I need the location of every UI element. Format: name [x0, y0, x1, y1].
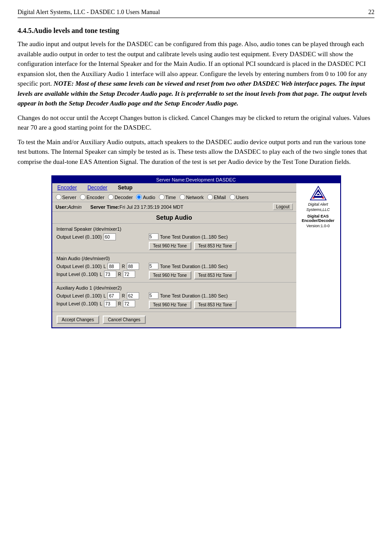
tab-setup[interactable]: Setup — [113, 183, 138, 192]
document-title: Digital Alert Systems, LLC - DASDEC 1.0 … — [18, 9, 160, 16]
internal-speaker-row: Output Level (0..100) Tone Test Duration… — [57, 233, 292, 250]
das-logo-icon — [309, 185, 327, 201]
aux-tone-duration-row: Tone Test Duration (1..180 Sec) — [149, 292, 292, 299]
main-audio-title: Main Audio (/dev/mixer0) — [57, 256, 292, 261]
main-input-l-input[interactable] — [104, 271, 116, 278]
tone-duration-row: Tone Test Duration (1..180 Sec) — [149, 233, 292, 240]
tone-duration-input-main[interactable] — [149, 263, 158, 269]
aux-output-level-row: Output Level (0..100) L R — [57, 292, 144, 299]
section-heading: 4.4.5.Audio levels and tone testing — [18, 27, 374, 35]
test-853-button-internal[interactable]: Test 853 Hz Tone — [194, 242, 237, 250]
aux-audio-title: Auxiliary Audio 1 (/dev/mixer2) — [57, 285, 292, 290]
server-time: Server Time:Fri Jul 23 17:35:19 2004 MDT — [90, 204, 183, 210]
main-tone-duration-label: Tone Test Duration (1..180 Sec) — [160, 264, 228, 269]
nav-main: Encoder Decoder Setup Server Encoder Dec… — [52, 183, 296, 327]
nav-logo-row: Encoder Decoder Setup Server Encoder Dec… — [52, 183, 340, 327]
paragraph-3: To test the Main and/or Auxiliary Audio … — [18, 137, 374, 167]
main-tone-duration-row: Tone Test Duration (1..180 Sec) — [149, 263, 292, 269]
internal-speaker-left: Output Level (0..100) — [57, 233, 144, 241]
output-level-row: Output Level (0..100) — [57, 233, 144, 240]
brand-name: Digital AlertSystems,LLC — [306, 202, 330, 212]
radio-row: Server Encoder Decoder Audio Time Networ… — [52, 192, 296, 202]
radio-audio[interactable]: Audio — [136, 194, 155, 200]
user-label: User:Admin — [56, 204, 82, 210]
main-output-r-input[interactable] — [127, 263, 139, 270]
aux-audio-section: Auxiliary Audio 1 (/dev/mixer2) Output L… — [52, 283, 296, 312]
aux-input-r-input[interactable] — [123, 300, 135, 307]
output-level-label: Output Level (0..100) — [57, 234, 102, 240]
radio-email[interactable]: EMail — [207, 194, 226, 200]
tone-duration-input-internal[interactable] — [149, 233, 158, 240]
radio-decoder[interactable]: Decoder — [108, 194, 133, 200]
test-960-button-aux[interactable]: Test 960 Hz Tone — [149, 301, 191, 309]
aux-tone-duration-label: Tone Test Duration (1..180 Sec) — [160, 293, 228, 298]
test-960-button-internal[interactable]: Test 960 Hz Tone — [149, 242, 191, 250]
aux-input-l-input[interactable] — [104, 300, 116, 307]
sidebar-logo: Digital AlertSystems,LLC Digital EAS Enc… — [296, 183, 340, 327]
test-853-button-main[interactable]: Test 853 Hz Tone — [194, 271, 237, 280]
tone-buttons-main: Test 960 Hz Tone Test 853 Hz Tone — [149, 271, 292, 280]
tone-duration-input-aux[interactable] — [149, 292, 158, 299]
main-input-r-input[interactable] — [123, 271, 135, 278]
page-number: 22 — [368, 9, 374, 16]
radio-time[interactable]: Time — [159, 194, 176, 200]
radio-encoder[interactable]: Encoder — [80, 194, 104, 200]
radio-network[interactable]: Network — [180, 194, 204, 200]
bottom-buttons: Accept Changes Cancel Changes — [52, 312, 296, 327]
nav-tabs: Encoder Decoder Setup — [52, 183, 296, 192]
version-text: Version:1.0-0 — [306, 224, 330, 228]
paragraph-2: Changes do not occur until the Accept Ch… — [18, 113, 374, 133]
web-ui-box: Server Name:Development DASDEC Encoder D… — [51, 175, 341, 328]
main-audio-section: Main Audio (/dev/mixer0) Output Level (0… — [52, 253, 296, 283]
page-header: Digital Alert Systems, LLC - DASDEC 1.0 … — [18, 9, 374, 18]
main-input-level-row: Input Level (0..100) L R — [57, 271, 144, 278]
radio-server[interactable]: Server — [56, 194, 76, 200]
radio-users[interactable]: Users — [230, 194, 249, 200]
main-output-level-row: Output Level (0..100) L R — [57, 263, 144, 270]
aux-output-r-input[interactable] — [127, 292, 139, 299]
aux-audio-row: Output Level (0..100) L R Input Level (0… — [57, 292, 292, 309]
main-output-label: Output Level (0..100) — [57, 264, 102, 269]
setup-audio-title: Setup Audio — [52, 212, 296, 224]
product-name: Digital EAS Encoder/Decoder — [298, 214, 338, 223]
internal-speaker-section: Internal Speaker (/dev/mixer1) Output Le… — [52, 224, 296, 253]
main-audio-row: Output Level (0..100) L R Input Level (0… — [57, 263, 292, 280]
paragraph-1: The audio input and output levels for th… — [18, 39, 374, 109]
test-853-button-aux[interactable]: Test 853 Hz Tone — [194, 301, 237, 309]
main-output-l-input[interactable] — [108, 263, 120, 270]
test-960-button-main[interactable]: Test 960 Hz Tone — [149, 271, 191, 280]
accept-changes-button[interactable]: Accept Changes — [57, 316, 99, 324]
internal-speaker-title: Internal Speaker (/dev/mixer1) — [57, 226, 292, 232]
tone-buttons-internal: Test 960 Hz Tone Test 853 Hz Tone — [149, 242, 292, 250]
page: Digital Alert Systems, LLC - DASDEC 1.0 … — [0, 0, 392, 559]
tone-buttons-aux: Test 960 Hz Tone Test 853 Hz Tone — [149, 301, 292, 309]
aux-output-l-input[interactable] — [108, 292, 120, 299]
main-audio-left: Output Level (0..100) L R Input Level (0… — [57, 263, 144, 279]
tab-encoder[interactable]: Encoder — [52, 183, 83, 192]
user-row: User:Admin Server Time:Fri Jul 23 17:35:… — [52, 202, 296, 212]
internal-speaker-right: Tone Test Duration (1..180 Sec) Test 960… — [149, 233, 292, 250]
aux-input-label: Input Level (0..100) — [57, 301, 98, 306]
aux-audio-left: Output Level (0..100) L R Input Level (0… — [57, 292, 144, 308]
aux-audio-right: Tone Test Duration (1..180 Sec) Test 960… — [149, 292, 292, 309]
main-input-label: Input Level (0..100) — [57, 272, 98, 277]
logout-button[interactable]: Logout — [273, 203, 293, 210]
server-name-bar: Server Name:Development DASDEC — [52, 176, 340, 183]
aux-output-label: Output Level (0..100) — [57, 293, 102, 298]
cancel-changes-button[interactable]: Cancel Changes — [103, 316, 146, 324]
tab-decoder[interactable]: Decoder — [82, 183, 112, 192]
output-level-input[interactable] — [104, 233, 116, 240]
aux-input-level-row: Input Level (0..100) L R — [57, 300, 144, 307]
main-audio-right: Tone Test Duration (1..180 Sec) Test 960… — [149, 263, 292, 280]
tone-duration-label: Tone Test Duration (1..180 Sec) — [160, 234, 228, 240]
